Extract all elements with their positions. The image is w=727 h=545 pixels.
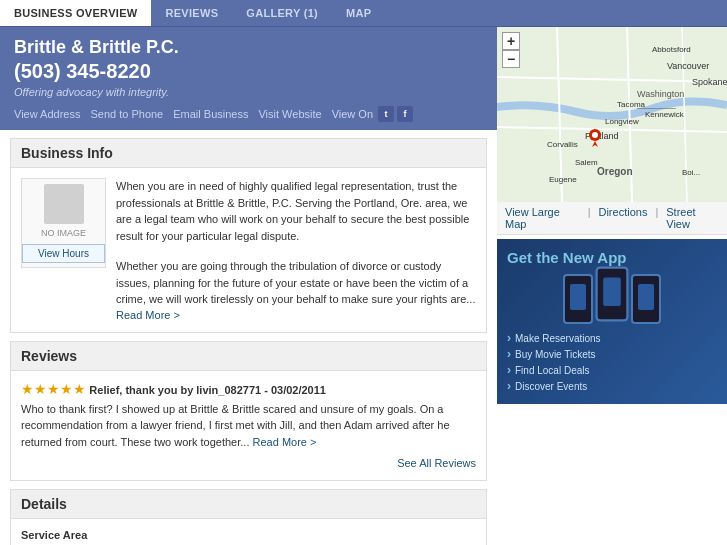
zoom-out-button[interactable]: − [502,50,520,68]
business-info-content: NO IMAGE View Hours When you are in need… [21,178,476,322]
view-address-link[interactable]: View Address [14,108,80,120]
svg-text:Tacoma: Tacoma [617,100,646,109]
details-header: Details [11,490,486,519]
app-promo-title: Get the New App [507,249,717,266]
map-sep-2: | [655,206,658,230]
directions-link[interactable]: Directions [598,206,647,230]
svg-text:Longview: Longview [605,117,639,126]
nav-business-overview[interactable]: BUSINESS OVERVIEW [0,0,151,26]
twitter-icon[interactable]: t [378,106,394,122]
no-image-text: NO IMAGE [41,228,86,238]
app-promo-list: Make Reservations Buy Movie Tickets Find… [507,330,717,394]
app-promo-title-2: New App [563,249,627,266]
description-1: When you are in need of highly qualified… [116,178,476,244]
street-view-link[interactable]: Street View [666,206,719,230]
send-to-phone-link[interactable]: Send to Phone [90,108,163,120]
svg-point-21 [592,132,598,138]
business-phone: (503) 345-8220 [14,60,483,83]
nav-gallery[interactable]: GALLERY (1) [232,0,332,26]
business-info-body: NO IMAGE View Hours When you are in need… [11,168,486,332]
top-nav: BUSINESS OVERVIEW REVIEWS GALLERY (1) MA… [0,0,727,27]
reviews-body: ★★★★★ Relief, thank you by livin_082771 … [11,371,486,481]
business-description: When you are in need of highly qualified… [116,178,476,322]
svg-text:Abbotsford: Abbotsford [652,45,691,54]
business-tagline: Offering advocacy with integrity. [14,86,483,98]
description-2: Whether you are going through the tribul… [116,258,476,308]
promo-item-1: Make Reservations [507,330,717,346]
read-more-link[interactable]: Read More > [116,309,180,321]
nav-map[interactable]: MAP [332,0,385,26]
content-area: Brittle & Brittle P.C. (503) 345-8220 Of… [0,27,497,545]
service-area-label: Service Area [21,529,476,541]
no-image-box: NO IMAGE View Hours [21,178,106,268]
review-text: Who to thank first? I showed up at Britt… [21,403,450,448]
business-links: View Address Send to Phone Email Busines… [14,106,483,122]
app-promo: Get the New App Make Reservations Buy Mo… [497,239,727,404]
main-layout: Brittle & Brittle P.C. (503) 345-8220 Of… [0,27,727,545]
app-promo-phones [507,274,717,324]
business-header: Brittle & Brittle P.C. (503) 345-8220 Of… [0,27,497,130]
svg-text:Eugene: Eugene [549,175,577,184]
business-info-section: Business Info NO IMAGE View Hours When y… [10,138,487,333]
nav-reviews[interactable]: REVIEWS [151,0,232,26]
phone-image-1 [563,274,593,324]
review-stars: ★★★★★ [21,381,86,397]
svg-text:Oregon: Oregon [597,166,633,177]
promo-item-3: Find Local Deals [507,362,717,378]
view-on-text: View On [332,108,373,120]
svg-text:Spokane: Spokane [692,77,727,87]
right-sidebar: Abbotsford Vancouver Spokane Washington … [497,27,727,545]
review-title: Relief, thank you by livin_082771 - 03/0… [89,384,326,396]
view-large-map-link[interactable]: View Large Map [505,206,580,230]
map-zoom-controls: + − [502,32,520,68]
email-business-link[interactable]: Email Business [173,108,248,120]
review-read-more[interactable]: Read More > [253,436,317,448]
map-sep-1: | [588,206,591,230]
map-links: View Large Map | Directions | Street Vie… [497,202,727,235]
svg-text:Kennewick: Kennewick [645,110,685,119]
zoom-in-button[interactable]: + [502,32,520,50]
business-name: Brittle & Brittle P.C. [14,37,483,58]
svg-text:Washington: Washington [637,89,684,99]
details-body: Service Area Serving: Portland OR (Metro… [11,519,486,545]
app-promo-title-1: Get the [507,249,559,266]
svg-text:Boi...: Boi... [682,168,700,177]
facebook-icon[interactable]: f [397,106,413,122]
svg-text:Salem: Salem [575,158,598,167]
map-container[interactable]: Abbotsford Vancouver Spokane Washington … [497,27,727,202]
promo-item-4: Discover Events [507,378,717,394]
svg-text:Vancouver: Vancouver [667,61,709,71]
view-hours-button[interactable]: View Hours [22,244,105,263]
details-section: Details Service Area Serving: Portland O… [10,489,487,545]
see-all-reviews: See All Reviews [21,456,476,470]
see-all-reviews-link[interactable]: See All Reviews [397,457,476,469]
visit-website-link[interactable]: Visit Website [258,108,321,120]
phone-image-3 [631,274,661,324]
review-body: Who to thank first? I showed up at Britt… [21,401,476,451]
review-item: ★★★★★ Relief, thank you by livin_082771 … [21,381,476,397]
reviews-header: Reviews [11,342,486,371]
no-image-icon [44,184,84,224]
svg-text:Corvallis: Corvallis [547,140,578,149]
promo-item-2: Buy Movie Tickets [507,346,717,362]
business-info-header: Business Info [11,139,486,168]
phone-image-2 [596,267,629,322]
reviews-section: Reviews ★★★★★ Relief, thank you by livin… [10,341,487,482]
